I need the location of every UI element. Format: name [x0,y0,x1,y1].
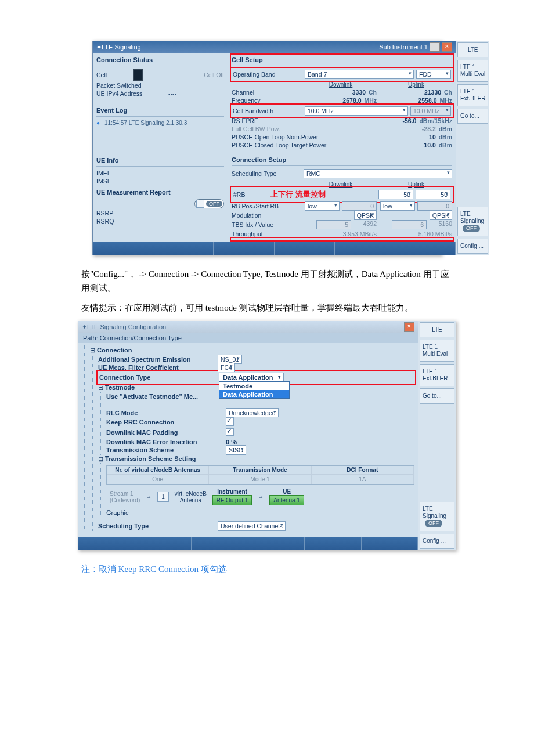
downlink-header-2: Downlink [305,181,377,188]
imei-label: IMEI [96,170,137,177]
ue-meas-header: UE Measurement Report [96,189,171,196]
sched-type-select[interactable]: RMC [304,169,452,178]
rbpos-dl-sel[interactable]: low [305,201,340,211]
tree-tx-scheme-setting[interactable]: ⊟ Transmission Scheme Setting [98,455,196,463]
freq-dl[interactable]: 2678.0 [342,97,361,104]
config-window-title: LTE Signaling Configuration [87,323,166,330]
event-log-entry: 11:54:57 LTE Signaling 2.1.30.3 [104,120,187,126]
rlc-mode-select[interactable]: Unacknowledged [226,408,279,417]
dd-item-testmode[interactable]: Testmode [219,382,289,390]
throughput-label: Throughput [232,231,301,237]
val-dci: 1A [312,475,414,484]
duplex-select[interactable]: FDD [416,70,451,79]
rbpos-dl-num: 0 [342,201,377,211]
tx-scheme-select[interactable]: SISO [226,445,246,455]
sidebar-lte-2[interactable]: LTE [420,322,454,337]
imsi-label: IMSI [96,178,137,185]
footnote: 注：取消 Keep RRC Connection 项勾选 [81,564,227,574]
dl-mac-pad-label: Downlink MAC Padding [106,429,222,436]
right-sidebar: LTE LTE 1 Multi Eval LTE 1 Ext.BLER Go t… [456,41,489,255]
tx-scheme-table: Nr. of virtual eNodeB Antennas Transmiss… [106,465,414,485]
uplink-header: Uplink [380,81,452,88]
packet-switched-label: Packet Switched [96,82,166,89]
frequency-label: Frequency [232,97,301,104]
channel-dl[interactable]: 3330 [352,89,366,96]
rbpos-ul-num: 0 [417,201,452,211]
conn-type-select[interactable]: Data Application Testmode Data Applicati… [219,373,284,382]
rsrq-value: ---- [134,218,142,225]
modulation-label: Modulation [232,212,301,219]
throughput-dl: 3.953 MBit/s [305,231,377,237]
sidebar-config[interactable]: Config ... [457,239,488,254]
rb-dl-select[interactable]: 50 [378,190,413,199]
minimize-button[interactable]: _ [430,42,440,52]
mod-ul-select[interactable]: QPSK [430,211,452,220]
rsrq-label: RSRQ [96,218,131,225]
toggle-off-text: OFF [206,201,222,207]
rs-epre-label: RS EPRE [232,117,301,124]
config-footer-bar [78,537,418,550]
channel-label: Channel [232,89,301,96]
keep-rrc-label: Keep RRC Connection [106,419,222,426]
uplink-header-2: Uplink [380,181,452,188]
sidebar-lte1-extbler[interactable]: LTE 1 Ext.BLER [457,84,488,106]
app-icon: ✦ [82,323,87,331]
operating-band-select[interactable]: Band 7 [305,70,414,79]
pusch-cl-label: PUSCH Closed Loop Target Power [232,142,409,149]
pusch-ol-value[interactable]: 10 [429,134,436,141]
ue-ipv4-value: ---- [168,90,176,97]
cell-setup-header: Cell Setup [232,55,452,66]
col-antennas: Nr. of virtual eNodeB Antennas [107,466,209,474]
cell-bw-dl[interactable]: 10.0 MHz [305,106,408,116]
meas-off-toggle[interactable]: OFF [194,199,224,208]
close-button[interactable]: ✕ [442,42,452,52]
tree-connection[interactable]: ⊟ Connection [90,347,132,354]
config-title-bar: ✦ LTE Signaling Configuration ✕ [78,321,418,333]
config-close-button[interactable]: ✕ [404,322,414,332]
ue-filter-select[interactable]: FC4 [218,363,235,372]
sidebar-lte1-multieval[interactable]: LTE 1 Multi Eval [457,60,488,82]
signaling-off-badge: OFF [463,225,480,232]
use-activate-label: Use "Activate Testmode" Me... [106,393,222,400]
rb-ul-select[interactable]: 50 [416,190,450,199]
throughput-ul: 5.160 MBit/s [380,231,452,237]
pusch-cl-value[interactable]: 10.0 [424,142,435,149]
tbs-ul-idx: 6 [392,220,427,229]
sched-type-label-2: Scheduling Type [98,523,214,530]
sidebar-lte-signaling[interactable]: LTE Signaling OFF [457,207,488,236]
graphic-stream-label: Stream 1 (Codeword) [110,491,140,503]
cell-icon [134,69,143,81]
dd-item-data-app[interactable]: Data Application [219,390,289,398]
val-antennas: One [107,475,209,484]
dl-mac-pad-checkbox[interactable] [226,428,234,436]
freq-ul[interactable]: 2558.0 [418,97,436,104]
sched-type-select-2[interactable]: User defined Channels [218,521,286,531]
path-label: Path: [83,334,98,341]
tree-testmode[interactable]: ⊟ Testmode [98,384,135,391]
sidebar-config-2[interactable]: Config ... [420,534,454,549]
sidebar-lte-signaling-2[interactable]: LTE Signaling OFF [420,502,454,531]
channel-ul[interactable]: 21330 [424,89,441,96]
graphic-panel: Stream 1 (Codeword) → 1 virt. eNodeB Ant… [106,485,414,509]
hash-rb-label: #RB [233,191,268,198]
dl-mac-err-value[interactable]: 0 % [226,438,414,445]
app-icon: ✦ [96,44,102,51]
sidebar-lte1-extbler-2[interactable]: LTE 1 Ext.BLER [420,364,454,386]
info-icon: ● [96,120,100,126]
add-spec-label: Additional Spectrum Emission [98,356,214,363]
sidebar-goto-2[interactable]: Go to... [420,388,454,404]
sidebar-lte1-multieval-2[interactable]: LTE 1 Multi Eval [420,340,454,362]
val-tx-mode: Mode 1 [209,475,311,484]
graphic-ue-label: UE [283,488,291,495]
tbs-ul-val: 5160 [429,220,452,229]
keep-rrc-checkbox[interactable] [226,417,234,426]
tbs-label: TBS Idx / Value [232,221,301,228]
sidebar-lte[interactable]: LTE [457,42,488,57]
sidebar-goto[interactable]: Go to... [457,109,488,124]
rs-epre-value[interactable]: -56.0 [403,117,417,124]
lte-signaling-window: ✦ LTE Signaling Sub Instrument 1 _ ✕ Con… [92,41,442,255]
title-bar: ✦ LTE Signaling Sub Instrument 1 _ ✕ [93,41,456,53]
rbpos-ul-sel[interactable]: low [380,201,415,211]
rlc-mode-label: RLC Mode [106,409,222,416]
mod-dl-select[interactable]: QPSK [354,211,377,220]
